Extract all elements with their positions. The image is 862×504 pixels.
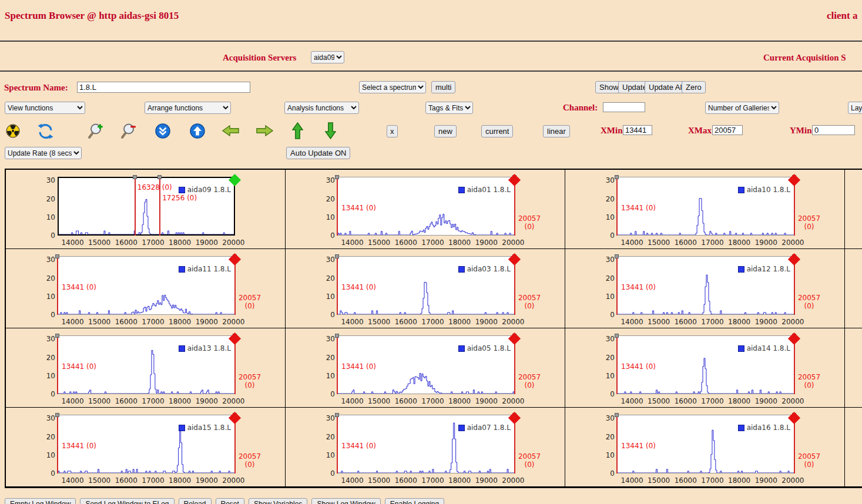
marker-handle[interactable] [335, 413, 339, 417]
send-log-elog-button[interactable]: Send Log Window to ELog [80, 498, 174, 504]
spectrum-select[interactable]: Select a spectrum [359, 81, 426, 93]
x-tick-label: 15000 [366, 238, 392, 247]
y-tick-label: 10 [6, 293, 55, 301]
zoom-in-icon[interactable] [88, 122, 105, 142]
radiation-icon[interactable] [6, 124, 20, 140]
x-tick-label: 19000 [194, 238, 220, 247]
empty-log-button[interactable]: Empty Log Window [5, 498, 76, 504]
scroll-down-icon[interactable] [155, 123, 170, 141]
y-tick-label: 20 [6, 195, 55, 203]
marker-line[interactable] [57, 335, 58, 394]
marker-line[interactable] [616, 177, 618, 236]
pan-up-icon[interactable] [292, 122, 303, 142]
linear-button[interactable]: linear [543, 125, 570, 137]
marker-label: 13441 (0) [62, 442, 96, 450]
x-tick-label: 17000 [699, 238, 725, 247]
xmax-input[interactable] [712, 125, 743, 135]
marker-handle[interactable] [55, 413, 59, 417]
enable-logging-button[interactable]: Enable Logging [385, 498, 444, 504]
marker-line[interactable] [159, 177, 160, 236]
spectrum-panel[interactable]: 3020100140001500016000170001800019000200… [6, 170, 285, 248]
channel-input[interactable] [603, 102, 645, 112]
tags-fits-select[interactable]: Tags & Fits [425, 102, 473, 114]
spectrum-panel[interactable]: 3020100140001500016000170001800019000200… [6, 328, 285, 407]
y-tick-label: 10 [565, 293, 615, 301]
marker-line[interactable] [337, 335, 338, 394]
refresh-icon[interactable] [37, 123, 54, 142]
y-tick-label: 20 [565, 195, 615, 203]
marker-line[interactable] [57, 256, 58, 315]
marker-label: 13441 (0) [62, 362, 96, 371]
new-button[interactable]: new [434, 125, 457, 137]
marker-handle[interactable] [335, 175, 339, 179]
marker-line[interactable] [337, 177, 338, 236]
marker-label: 17256 (0) [162, 194, 197, 202]
spectrum-panel[interactable]: 3020100140001500016000170001800019000200… [286, 328, 565, 407]
spectrum-name-input[interactable] [77, 82, 250, 93]
reset-button[interactable]: Reset [216, 498, 244, 504]
acquisition-server-select[interactable]: aida09 [311, 51, 344, 63]
arrange-functions-select[interactable]: Arrange functions [145, 102, 231, 114]
marker-line[interactable] [616, 415, 618, 473]
marker-line[interactable] [57, 415, 58, 473]
reload-button[interactable]: Reload [179, 498, 212, 504]
pan-left-icon[interactable] [222, 125, 239, 139]
marker-label: 13441 (0) [341, 283, 376, 291]
marker-line[interactable] [135, 177, 136, 236]
update-rate-select[interactable]: Update Rate (8 secs) [5, 147, 82, 159]
auto-update-button[interactable]: Auto Update ON [286, 147, 350, 159]
x-tick-label: 17000 [699, 397, 725, 405]
x-tick-label: 16000 [393, 238, 419, 247]
ymin-input[interactable] [812, 125, 855, 135]
scroll-up-icon[interactable] [190, 123, 205, 141]
zoom-out-icon[interactable] [120, 122, 138, 142]
spectrum-panel[interactable]: 3020100140001500016000170001800019000200… [565, 408, 844, 486]
x-button[interactable]: x [387, 125, 398, 137]
y-tick-label: 30 [6, 335, 55, 343]
y-tick-label: 20 [6, 433, 55, 441]
marker-handle[interactable] [615, 413, 619, 417]
show-log-window-button[interactable]: Show Log Window [311, 498, 380, 504]
xmin-input[interactable] [623, 125, 652, 135]
y-tick-label: 20 [565, 433, 615, 441]
marker-line[interactable] [616, 335, 618, 394]
spectrum-panel[interactable]: 3020100140001500016000170001800019000200… [565, 249, 844, 328]
multi-button[interactable]: multi [431, 81, 455, 93]
marker-handle[interactable] [615, 254, 619, 258]
marker-line[interactable] [337, 415, 338, 473]
pan-down-icon[interactable] [325, 122, 336, 142]
zero-button[interactable]: Zero [682, 81, 706, 93]
x-tick-label: 14000 [340, 318, 365, 326]
marker-handle[interactable] [55, 334, 59, 338]
spectrum-panel[interactable]: 3020100140001500016000170001800019000200… [286, 170, 565, 248]
spectrum-panel[interactable]: 3020100140001500016000170001800019000200… [286, 249, 565, 328]
y-tick-label: 0 [286, 469, 335, 478]
marker-line[interactable] [616, 256, 618, 315]
show-variables-button[interactable]: Show Variables [249, 498, 308, 504]
marker-handle[interactable] [335, 334, 339, 338]
marker-handle[interactable] [615, 175, 619, 179]
current-button[interactable]: current [481, 125, 513, 137]
x-tick-label: 18000 [447, 397, 472, 405]
marker-line[interactable] [337, 256, 338, 315]
legend-swatch-icon [179, 345, 185, 352]
spectrum-panel[interactable]: 3020100140001500016000170001800019000200… [6, 249, 285, 328]
marker-handle[interactable] [55, 254, 59, 258]
spectrum-panel[interactable]: 3020100140001500016000170001800019000200… [6, 408, 285, 486]
layout-functions-select[interactable]: Layout functions [848, 102, 862, 114]
marker-handle[interactable] [157, 175, 162, 179]
spectrum-panel[interactable]: 3020100140001500016000170001800019000200… [565, 170, 844, 248]
view-functions-select[interactable]: View functions [5, 102, 85, 114]
marker-handle[interactable] [335, 254, 339, 258]
spectrum-panel[interactable]: 3020100140001500016000170001800019000200… [286, 408, 565, 486]
y-tick-label: 10 [286, 213, 335, 221]
analysis-functions-select[interactable]: Analysis functions [284, 102, 359, 114]
galleries-select[interactable]: Number of Galleries [705, 102, 779, 114]
y-tick-label: 30 [565, 176, 615, 184]
marker-handle[interactable] [133, 175, 137, 179]
pan-right-icon[interactable] [256, 125, 273, 139]
spectrum-name-label: Spectrum Name: [4, 83, 68, 93]
spectrum-panel[interactable]: 3020100140001500016000170001800019000200… [565, 328, 844, 407]
marker-handle[interactable] [615, 334, 619, 338]
y-tick-label: 20 [286, 354, 335, 362]
